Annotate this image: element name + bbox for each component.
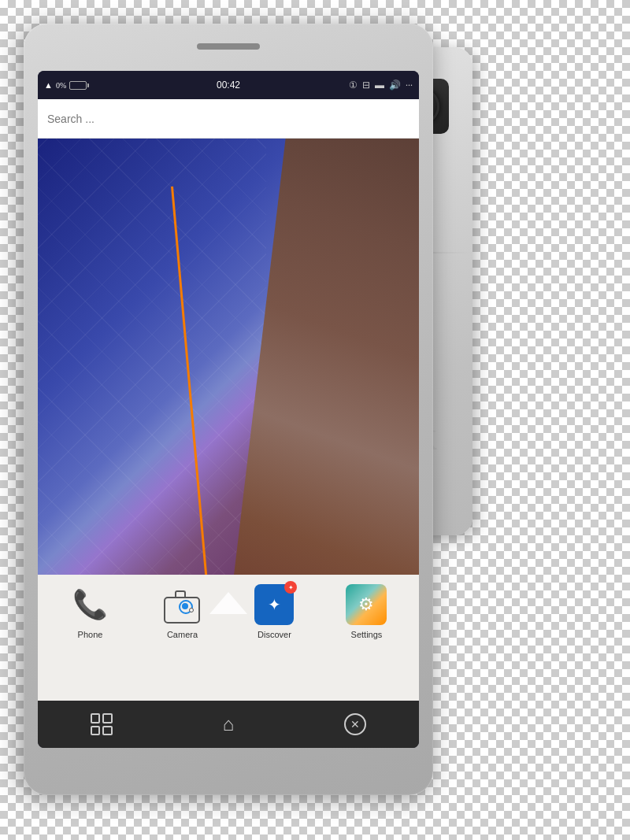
- discover-icon-wrapper[interactable]: ✦: [254, 584, 295, 625]
- settings-label: Settings: [351, 630, 383, 639]
- grid-icon: [91, 713, 113, 735]
- phone-icon: 📞: [72, 588, 108, 621]
- search-bar[interactable]: [38, 99, 419, 139]
- home-icon: ⌂: [223, 714, 234, 735]
- search-input[interactable]: [47, 113, 410, 125]
- volume-icon: 🔊: [389, 80, 401, 91]
- app-item-phone[interactable]: 📞 Phone: [50, 584, 131, 639]
- phone-label: Phone: [78, 630, 103, 639]
- app-item-settings[interactable]: ⚙ Settings: [326, 584, 407, 639]
- wallpaper-background: [38, 139, 419, 622]
- nav-grid-button[interactable]: [82, 705, 121, 744]
- more-icon: ···: [406, 80, 413, 91]
- grid-cell-3: [91, 726, 101, 736]
- nav-bar: ⌂ ✕: [38, 701, 419, 748]
- phone-front: ▲ 0% 00:42 ① ⊟ ▬ 🔊 ···: [24, 24, 433, 795]
- status-left: ▲ 0%: [44, 80, 167, 90]
- discover-label: Discover: [258, 630, 291, 639]
- discover-badge: ✦: [284, 581, 297, 594]
- status-icons: ① ⊟ ▬ 🔊 ···: [290, 80, 413, 91]
- wallpaper: [38, 139, 419, 622]
- app-icons-row: 📞 Phone: [38, 575, 419, 661]
- settings-gear-icon: ⚙: [358, 594, 374, 615]
- camera-icon-wrapper[interactable]: [161, 584, 202, 625]
- camera-flash: [189, 608, 194, 612]
- wallpaper-orange-line: [38, 139, 419, 622]
- signal-icon: ▲: [44, 80, 53, 90]
- screen-icon: ⊟: [362, 80, 370, 91]
- notification-icon: ①: [349, 80, 358, 91]
- battery-status-icon: ▬: [375, 80, 384, 91]
- phone-screen: ▲ 0% 00:42 ① ⊟ ▬ 🔊 ···: [38, 71, 419, 748]
- camera-top: [175, 590, 186, 597]
- phone-earpiece: [197, 43, 260, 50]
- phone-icon-wrapper[interactable]: 📞: [69, 584, 110, 625]
- nav-back-button[interactable]: ✕: [335, 705, 375, 744]
- camera-body: [164, 597, 200, 624]
- launcher-arrow[interactable]: [209, 592, 247, 614]
- camera-icon: [161, 584, 202, 625]
- status-time: 00:42: [167, 80, 290, 91]
- battery-percent: 0%: [56, 81, 66, 90]
- camera-lens-inner: [182, 603, 188, 609]
- settings-icon-wrapper[interactable]: ⚙: [346, 584, 387, 625]
- settings-icon: ⚙: [346, 584, 387, 625]
- camera-label: Camera: [167, 630, 198, 639]
- battery-icon: [69, 81, 87, 90]
- grid-cell-4: [102, 726, 113, 736]
- nav-home-button[interactable]: ⌂: [209, 705, 248, 744]
- status-bar: ▲ 0% 00:42 ① ⊟ ▬ 🔊 ···: [38, 71, 419, 99]
- grid-cell-2: [102, 713, 113, 723]
- discover-icon: ✦: [254, 584, 294, 625]
- close-icon: ✕: [344, 713, 366, 735]
- grid-cell-1: [91, 713, 101, 723]
